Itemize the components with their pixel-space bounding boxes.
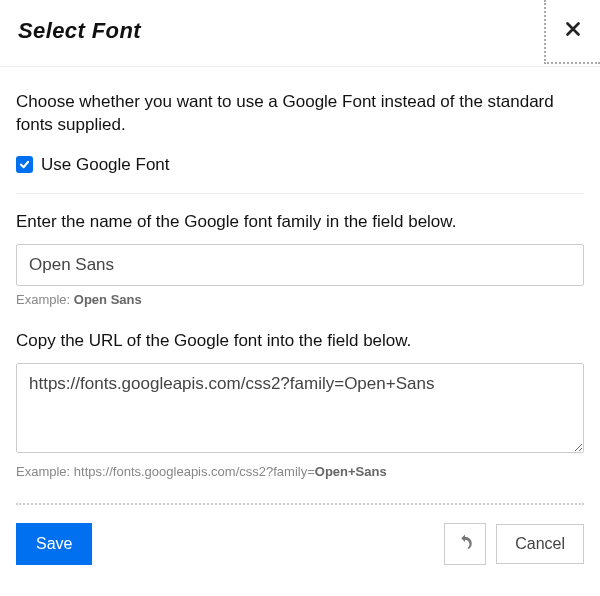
example-value: Open+Sans: [315, 464, 387, 479]
save-button[interactable]: Save: [16, 523, 92, 565]
example-prefix: Example: https://fonts.googleapis.com/cs…: [16, 464, 315, 479]
example-value: Open Sans: [74, 292, 142, 307]
use-google-font-row: Use Google Font: [16, 155, 584, 175]
use-google-font-checkbox[interactable]: [16, 156, 33, 173]
dialog-footer: Save Cancel: [16, 503, 584, 565]
font-name-example: Example: Open Sans: [16, 292, 584, 307]
example-prefix: Example:: [16, 292, 74, 307]
font-url-label: Copy the URL of the Google font into the…: [16, 331, 584, 351]
dialog-header: Select Font: [0, 0, 600, 67]
font-url-input[interactable]: [16, 363, 584, 453]
section-divider: [16, 193, 584, 194]
close-button[interactable]: [544, 0, 600, 64]
close-icon: [566, 22, 580, 40]
font-url-example: Example: https://fonts.googleapis.com/cs…: [16, 464, 584, 479]
check-icon: [19, 155, 30, 175]
intro-text: Choose whether you want to use a Google …: [16, 91, 584, 137]
dialog-body: Choose whether you want to use a Google …: [0, 67, 600, 479]
font-name-input[interactable]: [16, 244, 584, 286]
reset-button[interactable]: [444, 523, 486, 565]
cancel-button[interactable]: Cancel: [496, 524, 584, 564]
font-name-label: Enter the name of the Google font family…: [16, 212, 584, 232]
dialog-title: Select Font: [18, 18, 582, 44]
undo-icon: [456, 533, 474, 554]
use-google-font-label: Use Google Font: [41, 155, 170, 175]
